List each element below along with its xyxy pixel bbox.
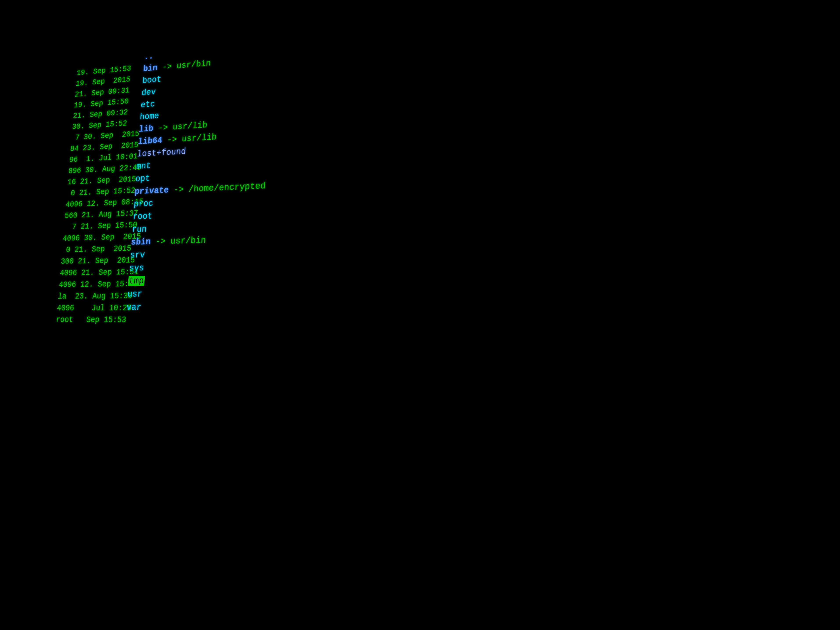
dir-name: root — [133, 211, 153, 222]
dir-name: opt — [135, 174, 150, 184]
content-wrapper: 19. Sep 15:53 19. Sep 2015 21. Sep 09:31… — [28, 0, 840, 630]
left-row: 7 21. Sep 15:50 — [63, 219, 129, 233]
dir-name: .. — [144, 52, 154, 62]
dir-name: tmp — [128, 276, 145, 286]
dir-target: /home/encrypted — [188, 181, 266, 194]
right-column: .. bin -> usr/bin boot dev etc home lib … — [101, 22, 400, 630]
dir-entry-var: var — [126, 300, 392, 314]
dir-name: run — [131, 224, 147, 234]
left-row: 4096 12. Sep 15:45 — [58, 278, 125, 291]
dir-name: usr — [127, 289, 143, 299]
dir-arrow: -> — [155, 237, 171, 247]
dir-name: bin — [143, 63, 158, 74]
dir-name: etc — [140, 99, 155, 110]
blur-left — [0, 0, 39, 630]
left-row: 300 21. Sep 2015 — [60, 255, 127, 268]
dir-name: dev — [141, 87, 156, 98]
dir-name: var — [126, 302, 142, 313]
dir-target: usr/bin — [176, 58, 211, 71]
dir-name: lost+found — [137, 147, 186, 159]
left-row: 4096 21. Sep 15:51 — [59, 267, 126, 279]
left-row: 0 21. Sep 2015 — [61, 243, 128, 256]
dir-name: boot — [142, 75, 162, 85]
dir-name: lib64 — [138, 136, 163, 147]
terminal-screen: 19. Sep 15:53 19. Sep 2015 21. Sep 09:31… — [0, 0, 840, 630]
dir-arrow: -> — [167, 134, 182, 145]
left-row: root Sep 15:53 — [55, 314, 123, 326]
dir-name: proc — [133, 199, 154, 209]
dir-name: private — [134, 185, 169, 197]
dir-arrow: -> — [174, 184, 189, 195]
left-row: 4096 Jul 10:25 — [57, 302, 123, 314]
left-row: 4096 30. Sep 2015 — [62, 231, 128, 245]
left-row: la 23. Aug 15:39 — [57, 290, 124, 303]
dir-target: usr/lib — [172, 120, 207, 133]
dir-entry-usr: usr — [127, 285, 392, 301]
dir-name: home — [139, 111, 159, 122]
dir-arrow: -> — [162, 62, 177, 72]
dir-name: sbin — [131, 237, 151, 247]
dir-name: sys — [129, 263, 144, 273]
dir-target: usr/bin — [170, 235, 206, 246]
dir-arrow: -> — [158, 123, 173, 133]
dir-name: mnt — [136, 161, 151, 171]
dir-name: srv — [130, 250, 145, 261]
dir-target: usr/lib — [182, 132, 217, 144]
dir-name: lib — [139, 124, 154, 134]
